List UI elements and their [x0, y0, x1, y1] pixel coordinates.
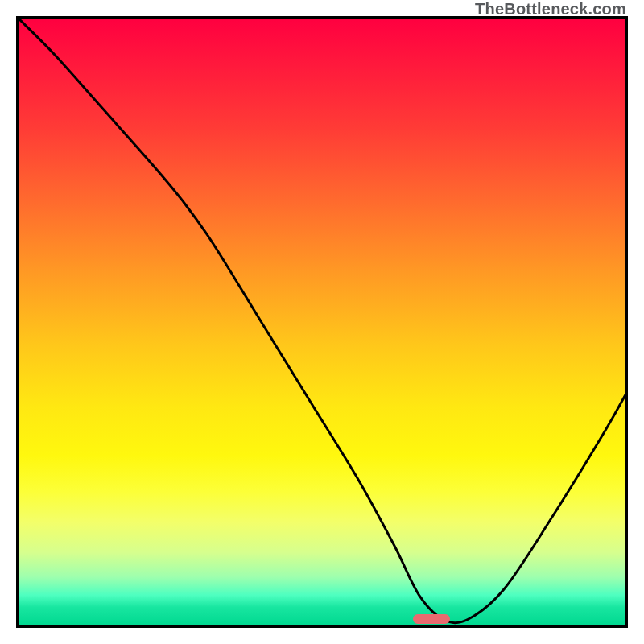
chart-curve — [19, 19, 625, 625]
chart-frame — [16, 16, 628, 628]
optimal-marker — [413, 614, 450, 624]
curve-path — [19, 19, 625, 623]
